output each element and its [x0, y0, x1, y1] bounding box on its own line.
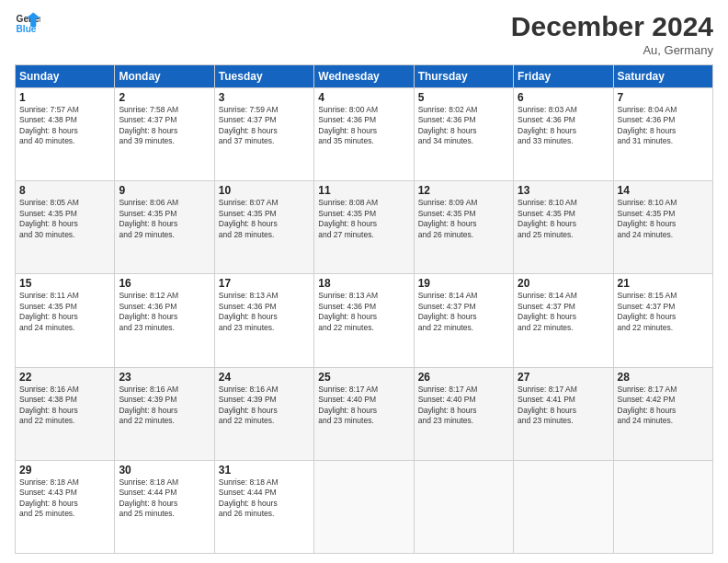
day-number: 23: [119, 371, 210, 384]
col-saturday: Saturday: [613, 65, 712, 88]
day-number: 11: [318, 184, 409, 197]
day-details: Sunrise: 8:16 AMSunset: 4:39 PMDaylight:…: [219, 385, 310, 427]
day-number: 1: [19, 91, 110, 104]
day-cell: 25Sunrise: 8:17 AMSunset: 4:40 PMDayligh…: [314, 367, 414, 460]
day-number: 27: [518, 371, 609, 384]
day-details: Sunrise: 8:05 AMSunset: 4:35 PMDaylight:…: [19, 198, 110, 240]
day-number: 22: [19, 371, 110, 384]
week-row-2: 8Sunrise: 8:05 AMSunset: 4:35 PMDaylight…: [16, 181, 713, 274]
day-cell: 13Sunrise: 8:10 AMSunset: 4:35 PMDayligh…: [514, 181, 613, 274]
day-cell: 17Sunrise: 8:13 AMSunset: 4:36 PMDayligh…: [214, 274, 313, 367]
day-cell: 16Sunrise: 8:12 AMSunset: 4:36 PMDayligh…: [115, 274, 214, 367]
day-cell: 28Sunrise: 8:17 AMSunset: 4:42 PMDayligh…: [613, 367, 712, 460]
day-cell: 12Sunrise: 8:09 AMSunset: 4:35 PMDayligh…: [414, 181, 513, 274]
day-cell: 3Sunrise: 7:59 AMSunset: 4:37 PMDaylight…: [214, 88, 313, 181]
day-number: 18: [318, 277, 409, 290]
day-cell: 19Sunrise: 8:14 AMSunset: 4:37 PMDayligh…: [414, 274, 513, 367]
day-number: 30: [119, 464, 210, 477]
calendar-table: Sunday Monday Tuesday Wednesday Thursday…: [15, 64, 713, 554]
day-number: 12: [418, 184, 509, 197]
day-number: 13: [518, 184, 609, 197]
day-cell: 1Sunrise: 7:57 AMSunset: 4:38 PMDaylight…: [16, 88, 115, 181]
day-details: Sunrise: 8:08 AMSunset: 4:35 PMDaylight:…: [318, 198, 409, 240]
day-cell: 5Sunrise: 8:02 AMSunset: 4:36 PMDaylight…: [414, 88, 513, 181]
day-details: Sunrise: 8:10 AMSunset: 4:35 PMDaylight:…: [518, 198, 609, 240]
day-cell: 24Sunrise: 8:16 AMSunset: 4:39 PMDayligh…: [214, 367, 313, 460]
day-details: Sunrise: 8:17 AMSunset: 4:40 PMDaylight:…: [318, 385, 409, 427]
day-cell: 27Sunrise: 8:17 AMSunset: 4:41 PMDayligh…: [514, 367, 613, 460]
day-details: Sunrise: 8:16 AMSunset: 4:39 PMDaylight:…: [119, 385, 210, 427]
day-details: Sunrise: 8:18 AMSunset: 4:44 PMDaylight:…: [219, 477, 310, 520]
day-cell: 26Sunrise: 8:17 AMSunset: 4:40 PMDayligh…: [414, 367, 513, 460]
day-details: Sunrise: 8:10 AMSunset: 4:35 PMDaylight:…: [618, 198, 709, 240]
col-sunday: Sunday: [16, 65, 115, 88]
day-details: Sunrise: 8:13 AMSunset: 4:36 PMDaylight:…: [318, 291, 409, 333]
day-details: Sunrise: 8:03 AMSunset: 4:36 PMDaylight:…: [518, 105, 609, 147]
day-number: 26: [418, 371, 509, 384]
day-cell: 21Sunrise: 8:15 AMSunset: 4:37 PMDayligh…: [613, 274, 712, 367]
logo: General Blue: [15, 11, 40, 37]
day-cell: 11Sunrise: 8:08 AMSunset: 4:35 PMDayligh…: [314, 181, 414, 274]
week-row-5: 29Sunrise: 8:18 AMSunset: 4:43 PMDayligh…: [16, 460, 713, 553]
day-cell: [414, 460, 513, 553]
week-row-3: 15Sunrise: 8:11 AMSunset: 4:35 PMDayligh…: [16, 274, 713, 367]
col-tuesday: Tuesday: [214, 65, 313, 88]
day-number: 19: [418, 277, 509, 290]
week-row-4: 22Sunrise: 8:16 AMSunset: 4:38 PMDayligh…: [16, 367, 713, 460]
day-cell: 8Sunrise: 8:05 AMSunset: 4:35 PMDaylight…: [16, 181, 115, 274]
day-details: Sunrise: 8:17 AMSunset: 4:40 PMDaylight:…: [418, 385, 509, 427]
day-cell: 22Sunrise: 8:16 AMSunset: 4:38 PMDayligh…: [16, 367, 115, 460]
day-details: Sunrise: 8:06 AMSunset: 4:35 PMDaylight:…: [119, 198, 210, 240]
day-number: 5: [418, 91, 509, 104]
day-number: 3: [219, 91, 310, 104]
header-row: Sunday Monday Tuesday Wednesday Thursday…: [16, 65, 713, 88]
day-cell: 18Sunrise: 8:13 AMSunset: 4:36 PMDayligh…: [314, 274, 414, 367]
header: General Blue December 2024 Au, Germany: [15, 11, 713, 57]
day-cell: 20Sunrise: 8:14 AMSunset: 4:37 PMDayligh…: [514, 274, 613, 367]
day-cell: [613, 460, 712, 553]
title-area: December 2024 Au, Germany: [511, 11, 713, 57]
month-title: December 2024: [511, 11, 713, 41]
day-number: 20: [518, 277, 609, 290]
col-monday: Monday: [115, 65, 214, 88]
day-details: Sunrise: 8:12 AMSunset: 4:36 PMDaylight:…: [119, 291, 210, 333]
day-cell: [514, 460, 613, 553]
day-details: Sunrise: 8:07 AMSunset: 4:35 PMDaylight:…: [219, 198, 310, 240]
col-friday: Friday: [514, 65, 613, 88]
day-cell: 29Sunrise: 8:18 AMSunset: 4:43 PMDayligh…: [16, 460, 115, 553]
day-details: Sunrise: 7:59 AMSunset: 4:37 PMDaylight:…: [219, 105, 310, 147]
day-number: 6: [518, 91, 609, 104]
day-details: Sunrise: 8:00 AMSunset: 4:36 PMDaylight:…: [318, 105, 409, 147]
day-number: 9: [119, 184, 210, 197]
day-details: Sunrise: 8:18 AMSunset: 4:43 PMDaylight:…: [19, 477, 110, 520]
day-details: Sunrise: 7:58 AMSunset: 4:37 PMDaylight:…: [119, 105, 210, 147]
day-cell: 31Sunrise: 8:18 AMSunset: 4:44 PMDayligh…: [214, 460, 313, 553]
day-cell: 9Sunrise: 8:06 AMSunset: 4:35 PMDaylight…: [115, 181, 214, 274]
day-cell: 10Sunrise: 8:07 AMSunset: 4:35 PMDayligh…: [214, 181, 313, 274]
day-number: 31: [219, 464, 310, 477]
calendar-page: General Blue December 2024 Au, Germany S…: [0, 0, 728, 563]
day-cell: 14Sunrise: 8:10 AMSunset: 4:35 PMDayligh…: [613, 181, 712, 274]
day-details: Sunrise: 8:15 AMSunset: 4:37 PMDaylight:…: [618, 291, 709, 333]
day-number: 15: [19, 277, 110, 290]
col-thursday: Thursday: [414, 65, 513, 88]
day-cell: 30Sunrise: 8:18 AMSunset: 4:44 PMDayligh…: [115, 460, 214, 553]
day-cell: [314, 460, 414, 553]
day-number: 21: [618, 277, 709, 290]
day-cell: 2Sunrise: 7:58 AMSunset: 4:37 PMDaylight…: [115, 88, 214, 181]
day-number: 16: [119, 277, 210, 290]
subtitle: Au, Germany: [511, 43, 713, 57]
day-details: Sunrise: 8:13 AMSunset: 4:36 PMDaylight:…: [219, 291, 310, 333]
day-cell: 6Sunrise: 8:03 AMSunset: 4:36 PMDaylight…: [514, 88, 613, 181]
day-number: 10: [219, 184, 310, 197]
day-details: Sunrise: 8:09 AMSunset: 4:35 PMDaylight:…: [418, 198, 509, 240]
day-number: 7: [618, 91, 709, 104]
day-number: 4: [318, 91, 409, 104]
day-number: 14: [618, 184, 709, 197]
day-number: 8: [19, 184, 110, 197]
week-row-1: 1Sunrise: 7:57 AMSunset: 4:38 PMDaylight…: [16, 88, 713, 181]
day-cell: 15Sunrise: 8:11 AMSunset: 4:35 PMDayligh…: [16, 274, 115, 367]
day-number: 17: [219, 277, 310, 290]
day-details: Sunrise: 8:17 AMSunset: 4:41 PMDaylight:…: [518, 385, 609, 427]
day-details: Sunrise: 8:14 AMSunset: 4:37 PMDaylight:…: [418, 291, 509, 333]
